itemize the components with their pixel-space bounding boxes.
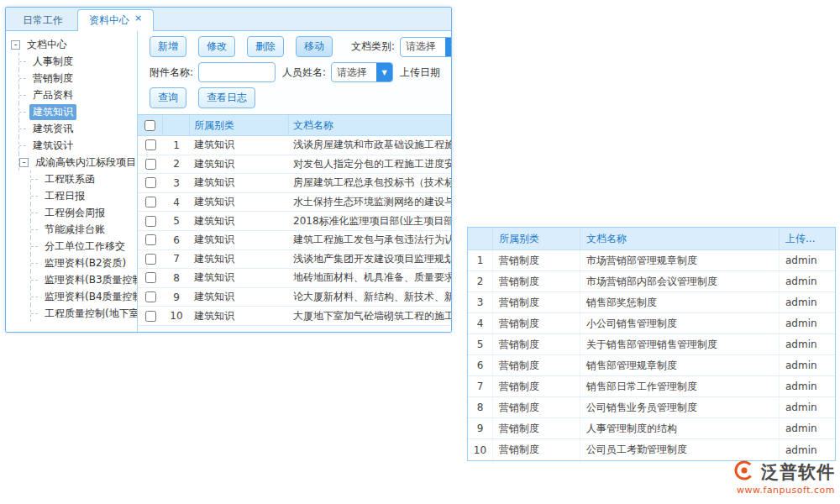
row-category: 营销制度: [493, 397, 580, 417]
tree-item[interactable]: 工程联系函: [11, 171, 137, 187]
table-row[interactable]: 3 营销制度 销售部奖惩制度 admin: [468, 292, 835, 313]
table-row[interactable]: 9 营销制度 人事管理制度的结构 admin: [468, 418, 835, 439]
row-checkbox[interactable]: [145, 216, 156, 227]
row-checkbox[interactable]: [145, 254, 156, 265]
table-row[interactable]: 4 建筑知识 水土保持生态环境监测网络的建设与资...: [138, 193, 451, 213]
collapse-icon[interactable]: -: [19, 158, 29, 167]
tree-item[interactable]: 人事制度: [11, 53, 137, 70]
row-number: 10: [163, 310, 190, 322]
add-button[interactable]: 新增: [150, 36, 186, 57]
header-doc-name: 文档名称: [580, 228, 780, 249]
marketing-docs-table: 所属别类 文档名称 上传... 1 营销制度 市场营销部管理规章制度 admin…: [467, 227, 836, 461]
doc-category-select[interactable]: 请选择 ▼: [400, 37, 451, 57]
tree-item[interactable]: 监理资料(B3质量控制): [11, 271, 137, 288]
marketing-table-rows: 1 营销制度 市场营销部管理规章制度 admin 2 营销制度 市场营销部内部会…: [468, 250, 835, 460]
table-row[interactable]: 8 建筑知识 地砖地面材料、机具准备、质量要求及...: [138, 269, 451, 288]
table-row[interactable]: 10 营销制度 公司员工考勤管理制度 admin: [468, 439, 835, 460]
move-button[interactable]: 移动: [296, 36, 333, 57]
table-row[interactable]: 6 建筑知识 建筑工程施工发包与承包违法行为认定...: [138, 231, 451, 250]
table-row[interactable]: 5 营销制度 关于销售部管理销售管理制度 admin: [468, 334, 835, 355]
tree-item-label: 监理资料(B3质量控制): [41, 272, 138, 288]
tree-connector-line: [31, 297, 38, 297]
row-checkbox[interactable]: [145, 234, 156, 245]
tree-item[interactable]: 分工单位工作移交: [11, 238, 137, 255]
tree-connector-line: [19, 61, 26, 62]
tree-item-label: 节能减排台账: [41, 222, 108, 238]
tab-label: 资料中心: [89, 13, 129, 28]
table-row[interactable]: 9 建筑知识 论大厦新材料、新结构、新技术、新工...: [138, 288, 451, 307]
row-number: 1: [468, 250, 493, 270]
view-log-button[interactable]: 查看日志: [198, 87, 255, 108]
table-row[interactable]: 7 营销制度 销售部日常工作管理制度 admin: [468, 376, 835, 397]
tree-item[interactable]: 节能减排台账: [11, 221, 137, 238]
query-button[interactable]: 查询: [150, 87, 186, 108]
tree-item[interactable]: - 成渝高铁内江标段项目: [11, 154, 137, 171]
attachment-name-input[interactable]: [198, 62, 276, 82]
header-uploader: 上传...: [780, 228, 835, 249]
table-row[interactable]: 7 建筑知识 浅谈地产集团开发建设项目监理规划编...: [138, 250, 451, 270]
row-checkbox[interactable]: [145, 139, 156, 150]
tree-item[interactable]: 营销制度: [11, 70, 137, 87]
row-doc-name: 小公司销售管理制度: [580, 313, 780, 333]
row-doc-name: 浅谈房屋建筑和市政基础设施工程施工...: [289, 138, 451, 152]
table-row[interactable]: 6 营销制度 销售部管理规章制度 admin: [468, 355, 835, 376]
modify-button[interactable]: 修改: [198, 36, 235, 57]
tree-connector-line: [31, 229, 38, 230]
collapse-icon[interactable]: -: [11, 40, 20, 50]
row-checkbox[interactable]: [145, 272, 156, 283]
tab-data-center[interactable]: 资料中心 ×: [77, 9, 154, 31]
row-checkbox[interactable]: [145, 197, 156, 207]
upload-date-label: 上传日期: [400, 66, 440, 80]
row-category: 建筑知识: [190, 252, 289, 266]
select-all-checkbox[interactable]: [144, 120, 155, 131]
table-row[interactable]: 1 建筑知识 浅谈房屋建筑和市政基础设施工程施工...: [138, 136, 451, 155]
toolbar-row-2: 附件名称: 人员姓名: 请选择 ▼ 上传日期: [138, 57, 451, 82]
row-checkbox[interactable]: [145, 311, 156, 322]
row-checkbox[interactable]: [145, 177, 156, 188]
table-row[interactable]: 2 建筑知识 对发包人指定分包的工程施工进度安排...: [138, 155, 451, 175]
row-checkbox[interactable]: [145, 291, 156, 302]
tree-item[interactable]: 产品资料: [11, 87, 137, 103]
row-number: 8: [163, 272, 190, 284]
row-doc-name: 人事管理制度的结构: [580, 418, 780, 438]
tree-item[interactable]: 监理资料(B2资质): [11, 255, 137, 271]
toolbar-row-3: 查询 查看日志: [138, 82, 451, 108]
row-uploader: admin: [780, 334, 835, 354]
table-row[interactable]: 2 营销制度 市场营销部内部会议管理制度 admin: [468, 271, 835, 292]
tree-item[interactable]: 建筑资讯: [11, 120, 137, 137]
row-number: 2: [163, 158, 190, 170]
row-uploader: admin: [780, 439, 835, 460]
tree-item[interactable]: 工程日报: [11, 187, 137, 204]
tree-item[interactable]: 工程例会周报: [11, 204, 137, 221]
doc-table: 所属别类 文档名称 1 建筑知识 浅谈房屋建筑和市政基础设施工程施工... 2 …: [138, 114, 451, 332]
tab-daily-work[interactable]: 日常工作: [11, 10, 75, 30]
tree-item[interactable]: 建筑设计: [11, 137, 137, 154]
table-row[interactable]: 8 营销制度 公司销售业务员管理制度 admin: [468, 397, 835, 418]
delete-button[interactable]: 删除: [247, 36, 284, 57]
row-category: 建筑知识: [190, 138, 289, 152]
person-name-select[interactable]: 请选择 ▼: [331, 62, 393, 82]
row-uploader: admin: [780, 397, 835, 417]
row-category: 建筑知识: [190, 270, 289, 285]
row-checkbox[interactable]: [145, 159, 156, 170]
table-row[interactable]: 4 营销制度 小公司销售管理制度 admin: [468, 313, 835, 334]
row-doc-name: 市场营销部内部会议管理制度: [580, 271, 780, 291]
row-uploader: admin: [780, 292, 835, 312]
tree-root-document-center[interactable]: - 文档中心: [11, 36, 137, 53]
tree-item[interactable]: 建筑知识: [11, 103, 137, 120]
tree-item[interactable]: 监理资料(B4质量控制): [11, 288, 137, 305]
row-category: 营销制度: [493, 439, 580, 460]
tree-item-label: 工程质量控制(地下室): [41, 306, 138, 322]
table-row[interactable]: 10 建筑知识 大厦地下室加气砼墙砌筑工程的施工方...: [138, 307, 451, 326]
tab-bar: 日常工作 资料中心 ×: [6, 8, 451, 31]
tree-items: 人事制度 营销制度 产品资料 建筑知识 建筑资讯 建筑设计 - 成渝高铁内江标段…: [11, 53, 137, 322]
tree-item[interactable]: 工程质量控制(地下室): [11, 305, 137, 322]
row-doc-name: 大厦地下室加气砼墙砌筑工程的施工方...: [289, 309, 451, 323]
table-row[interactable]: 5 建筑知识 2018标准化监理项目部(业主项目部)人员...: [138, 212, 451, 231]
row-category: 营销制度: [493, 418, 580, 438]
row-doc-name: 浅谈地产集团开发建设项目监理规划编...: [289, 252, 451, 266]
close-tab-icon[interactable]: ×: [134, 13, 142, 23]
table-row[interactable]: 3 建筑知识 房屋建筑工程总承包投标书（技术标）...: [138, 174, 451, 193]
row-doc-name: 销售部管理规章制度: [580, 355, 780, 375]
table-row[interactable]: 1 营销制度 市场营销部管理规章制度 admin: [468, 250, 835, 271]
